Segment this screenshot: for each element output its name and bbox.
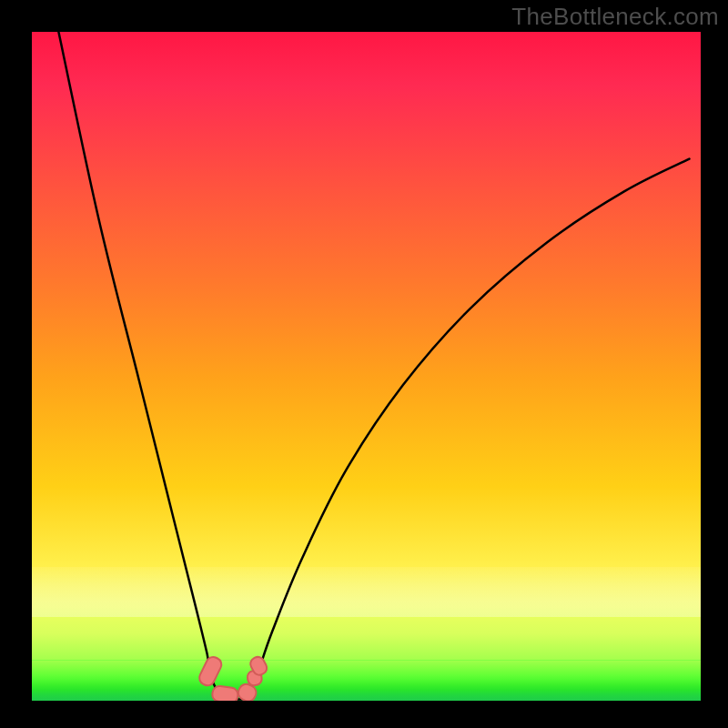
watermark-label: TheBottleneck.com: [511, 3, 719, 31]
plot-area: [32, 32, 701, 701]
curve-layer: [32, 32, 701, 701]
bottleneck-curve: [58, 32, 689, 700]
curve-marker: [197, 654, 224, 687]
marker-group: [197, 654, 269, 701]
curve-marker: [211, 685, 238, 701]
chart-frame: TheBottleneck.com: [0, 0, 728, 728]
